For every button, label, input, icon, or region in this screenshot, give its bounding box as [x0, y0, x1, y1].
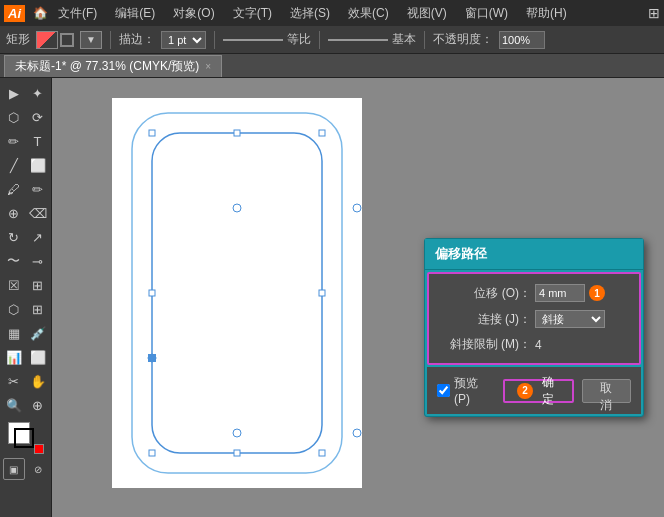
tool-row-2: ⬡ ⟳: [3, 106, 49, 128]
extra-tool[interactable]: ⊕: [27, 394, 49, 416]
magic-wand-tool[interactable]: ⬡: [3, 106, 25, 128]
mesh-tool[interactable]: ⊞: [27, 298, 49, 320]
tool-row-8: 〜 ⊸: [3, 250, 49, 272]
miter-row: 斜接限制 (M)： 4: [441, 336, 627, 353]
tool-row-14: 🔍 ⊕: [3, 394, 49, 416]
miter-label: 斜接限制 (M)：: [441, 336, 531, 353]
none-btn[interactable]: ⊘: [27, 458, 49, 480]
menu-effect[interactable]: 效果(C): [340, 3, 397, 24]
brush-style-preview[interactable]: 基本: [328, 31, 416, 48]
preview-checkbox-label[interactable]: 预览 (P): [437, 375, 495, 406]
direct-selection-tool[interactable]: ✦: [27, 82, 49, 104]
pen-tool[interactable]: ✏: [3, 130, 25, 152]
tab-title: 未标题-1* @ 77.31% (CMYK/预览): [15, 58, 199, 75]
handle-tl: [149, 130, 155, 136]
dialog-title: 偏移路径: [425, 239, 643, 270]
handle-mr: [319, 290, 325, 296]
stroke-size-select[interactable]: 1 pt: [161, 31, 206, 49]
handle-br: [319, 450, 325, 456]
handle-tr: [319, 130, 325, 136]
perspective-tool[interactable]: ⬡: [3, 298, 25, 320]
line-tool[interactable]: ╱: [3, 154, 25, 176]
blob-brush-tool[interactable]: ⊕: [3, 202, 25, 224]
canvas-area: 偏移路径 位移 (O)： 1 连接 (J)： 斜接 圆角 斜面: [52, 78, 664, 517]
shape-label: 矩形: [6, 31, 30, 48]
selection-tool[interactable]: ▶: [3, 82, 25, 104]
opacity-input[interactable]: [499, 31, 545, 49]
join-select[interactable]: 斜接 圆角 斜面: [535, 310, 605, 328]
menu-text[interactable]: 文字(T): [225, 3, 280, 24]
menu-help[interactable]: 帮助(H): [518, 3, 575, 24]
offset-input[interactable]: [535, 284, 585, 302]
tool-row-4: ╱ ⬜: [3, 154, 49, 176]
width-tool[interactable]: ⊸: [27, 250, 49, 272]
opacity-label: 不透明度：: [433, 31, 493, 48]
offset-row: 位移 (O)： 1: [441, 284, 627, 302]
preview-checkbox[interactable]: [437, 384, 450, 397]
grid-icon: ⊞: [648, 5, 660, 21]
eraser-tool[interactable]: ⌫: [27, 202, 49, 224]
type-tool[interactable]: T: [27, 130, 49, 152]
shape-builder-tool[interactable]: ⊞: [27, 274, 49, 296]
selected-anchor: [148, 354, 156, 362]
toolbar-divider-2: [214, 31, 215, 49]
toolbar-divider-1: [110, 31, 111, 49]
hand-tool[interactable]: ✋: [27, 370, 49, 392]
toolbar-divider-3: [319, 31, 320, 49]
tool-row-6: ⊕ ⌫: [3, 202, 49, 224]
slice-tool[interactable]: ✂: [3, 370, 25, 392]
menu-view[interactable]: 视图(V): [399, 3, 455, 24]
menu-bar: Ai 🏠 文件(F) 编辑(E) 对象(O) 文字(T) 选择(S) 效果(C)…: [0, 0, 664, 26]
main-area: ▶ ✦ ⬡ ⟳ ✏ T ╱ ⬜ 🖊 ✏ ⊕ ⌫ ↻ ↗ 〜 ⊸: [0, 78, 664, 517]
brush-line: [328, 39, 388, 41]
paintbrush-tool[interactable]: 🖊: [3, 178, 25, 200]
menu-object[interactable]: 对象(O): [165, 3, 222, 24]
fill-type-btn[interactable]: ▼: [80, 31, 102, 49]
fill-color-swatch[interactable]: [36, 31, 58, 49]
scale-tool[interactable]: ↗: [27, 226, 49, 248]
handle-ml: [149, 290, 155, 296]
zoom-tool[interactable]: 🔍: [3, 394, 25, 416]
rotate-tool[interactable]: ↻: [3, 226, 25, 248]
preview-label: 预览 (P): [454, 375, 495, 406]
lasso-tool[interactable]: ⟳: [27, 106, 49, 128]
artboard-tool[interactable]: ⬜: [27, 346, 49, 368]
cancel-button[interactable]: 取消: [582, 379, 631, 403]
warp-tool[interactable]: 〜: [3, 250, 25, 272]
join-label: 连接 (J)：: [441, 311, 531, 328]
join-row: 连接 (J)： 斜接 圆角 斜面: [441, 310, 627, 328]
gradient-tool[interactable]: ▦: [3, 322, 25, 344]
left-toolbar: ▶ ✦ ⬡ ⟳ ✏ T ╱ ⬜ 🖊 ✏ ⊕ ⌫ ↻ ↗ 〜 ⊸: [0, 78, 52, 517]
equal-label: 等比: [287, 31, 311, 48]
menu-select[interactable]: 选择(S): [282, 3, 338, 24]
handle-tc: [234, 130, 240, 136]
tool-row-10: ⬡ ⊞: [3, 298, 49, 320]
tab-close-button[interactable]: ×: [205, 61, 211, 72]
dialog-body: 位移 (O)： 1 连接 (J)： 斜接 圆角 斜面 斜接限制 (M)：: [427, 272, 641, 365]
offset-path-dialog: 偏移路径 位移 (O)： 1 连接 (J)： 斜接 圆角 斜面: [424, 238, 644, 417]
pencil-tool[interactable]: ✏: [27, 178, 49, 200]
tab-bar: 未标题-1* @ 77.31% (CMYK/预览) ×: [0, 54, 664, 78]
basic-label: 基本: [392, 31, 416, 48]
reset-color[interactable]: [34, 444, 44, 454]
ok-button[interactable]: 2 确定: [503, 379, 574, 403]
step2-badge: 2: [517, 383, 532, 399]
document-tab[interactable]: 未标题-1* @ 77.31% (CMYK/预览) ×: [4, 55, 222, 77]
app-logo: Ai: [4, 5, 25, 22]
handle-bc: [234, 450, 240, 456]
eyedropper-tool[interactable]: 💉: [27, 322, 49, 344]
tool-row-3: ✏ T: [3, 130, 49, 152]
color-btn[interactable]: ▣: [3, 458, 25, 480]
toolbar-divider-4: [424, 31, 425, 49]
tool-row-1: ▶ ✦: [3, 82, 49, 104]
stroke-style-preview[interactable]: 等比: [223, 31, 311, 48]
menu-file[interactable]: 文件(F): [50, 3, 105, 24]
graph-tool[interactable]: 📊: [3, 346, 25, 368]
free-transform-tool[interactable]: ☒: [3, 274, 25, 296]
rect-tool[interactable]: ⬜: [27, 154, 49, 176]
stroke-color-swatch[interactable]: [60, 33, 74, 47]
stroke-swatch[interactable]: [14, 428, 34, 448]
menu-edit[interactable]: 编辑(E): [107, 3, 163, 24]
menu-window[interactable]: 窗口(W): [457, 3, 516, 24]
menu-icon: 🏠: [33, 6, 48, 20]
